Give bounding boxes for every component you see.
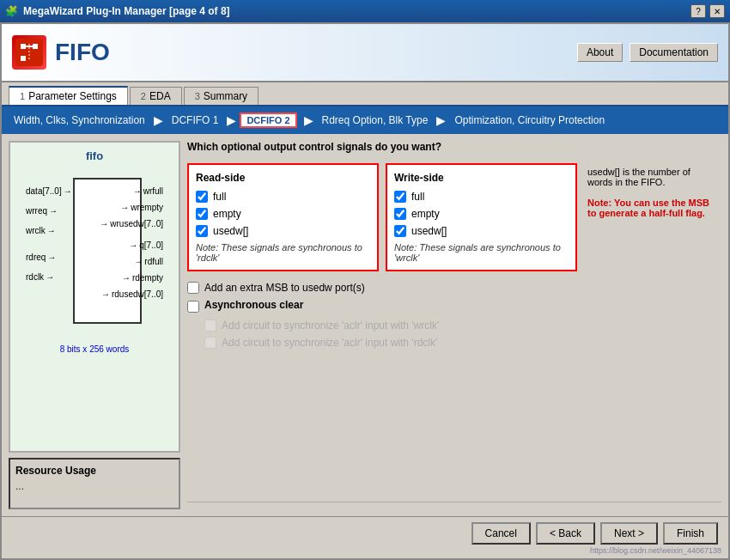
tab-summary[interactable]: 3 Summary — [184, 87, 259, 105]
read-empty-item: empty — [196, 208, 370, 220]
logo-text: FIFO — [55, 39, 110, 66]
port-wrusedw: →wrusedw[7..0] — [100, 219, 163, 228]
write-empty-checkbox[interactable] — [394, 208, 406, 220]
breadcrumb-nav: Width, Clks, Synchronization ▶ DCFIFO 1 … — [2, 107, 728, 134]
write-usedw-item: usedw[] — [394, 225, 569, 237]
breadcrumb-rdreq[interactable]: Rdreq Option, Blk Type — [317, 113, 434, 128]
read-usedw-label: usedw[] — [213, 225, 248, 237]
read-usedw-checkbox[interactable] — [196, 225, 208, 237]
app-icon: 🧩 — [5, 5, 18, 17]
separator — [187, 502, 721, 502]
fifo-right-ports: →wrfull →wrempty →wrusedw[7..0] →q[7..0] — [100, 186, 163, 299]
fifo-size-text: 8 bits x 256 words — [17, 344, 172, 354]
side-note: usedw[] is the number of words in the FI… — [584, 163, 721, 222]
header-buttons: About Documentation — [577, 43, 718, 62]
tab-label-3: Summary — [204, 90, 247, 102]
sync-wrclk-checkbox[interactable] — [204, 320, 216, 332]
signals-row: Read-side full empty usedw[] Note: These… — [187, 163, 721, 271]
about-button[interactable]: About — [577, 43, 623, 62]
breadcrumb-width[interactable]: Width, Clks, Synchronization — [9, 113, 150, 128]
close-button[interactable]: ✕ — [709, 4, 725, 18]
tab-parameter-settings[interactable]: 1 Parameter Settings — [9, 86, 128, 105]
port-wrempty: →wrempty — [100, 203, 163, 212]
main-question: Which optional output control signals do… — [187, 141, 721, 153]
msb-option: Add an extra MSB to usedw port(s) — [187, 282, 721, 294]
spacer — [187, 356, 721, 488]
main-window: FIFO About Documentation 1 Parameter Set… — [0, 22, 730, 560]
resource-title: Resource Usage — [15, 465, 173, 477]
breadcrumb-arrow-2: ▶ — [227, 113, 236, 127]
port-rdusedw: →rdusedw[7..0] — [100, 289, 163, 299]
sync-rdclk-label: Add circuit to synchronize 'aclr' input … — [222, 337, 437, 349]
port-rdreq: rdreq→ — [26, 253, 72, 262]
write-side-group: Write-side full empty usedw[] Note: Thes… — [386, 163, 577, 271]
extra-options: Add an extra MSB to usedw port(s) Asynch… — [187, 282, 721, 349]
breadcrumb-optim[interactable]: Optimization, Circuitry Protection — [449, 113, 610, 128]
sync-wrclk-label: Add circuit to synchronize 'aclr' input … — [222, 320, 439, 332]
port-q: →q[7..0] — [100, 240, 163, 250]
read-full-item: full — [196, 191, 370, 203]
back-button[interactable]: < Back — [536, 522, 595, 545]
tab-num-1: 1 — [20, 91, 25, 101]
fifo-title: fifo — [17, 149, 172, 162]
cancel-button[interactable]: Cancel — [471, 522, 531, 545]
resource-box: Resource Usage ... — [9, 458, 180, 509]
tab-eda[interactable]: 2 EDA — [130, 87, 182, 105]
write-usedw-checkbox[interactable] — [394, 225, 406, 237]
fifo-diagram: fifo data[7..0]→ wrreq→ wrclk→ — [9, 141, 180, 453]
async-checkbox[interactable] — [187, 301, 199, 313]
read-side-group: Read-side full empty usedw[] Note: These… — [187, 163, 379, 271]
port-wrfull: →wrfull — [100, 186, 163, 196]
read-side-note: Note: These signals are synchronous to '… — [196, 242, 370, 263]
port-rdclk: rdclk→ — [26, 272, 72, 282]
tabs-area: 1 Parameter Settings 2 EDA 3 Summary — [2, 82, 728, 107]
read-empty-label: empty — [213, 208, 241, 220]
svg-rect-2 — [33, 44, 38, 49]
breadcrumb-arrow-3: ▶ — [304, 113, 313, 127]
write-full-item: full — [394, 191, 569, 203]
tab-label-2: EDA — [149, 90, 171, 102]
title-bar-controls: ? ✕ — [690, 4, 725, 18]
port-rdfull: →rdfull — [100, 257, 163, 266]
bottom-area: Cancel < Back Next > Finish — [2, 516, 728, 550]
write-full-checkbox[interactable] — [394, 191, 406, 203]
tab-num-3: 3 — [195, 91, 200, 101]
next-button[interactable]: Next > — [600, 522, 658, 545]
breadcrumb-arrow-1: ▶ — [154, 113, 163, 127]
port-wrclk: wrclk→ — [26, 226, 72, 235]
port-data: data[7..0]→ — [26, 186, 72, 196]
write-side-note: Note: These signals are synchronous to '… — [394, 242, 569, 263]
header-area: FIFO About Documentation — [2, 24, 728, 82]
read-empty-checkbox[interactable] — [196, 208, 208, 220]
write-usedw-label: usedw[] — [411, 225, 447, 237]
logo-area: FIFO — [12, 35, 110, 70]
read-side-title: Read-side — [196, 172, 370, 184]
tab-num-2: 2 — [141, 91, 146, 101]
svg-rect-3 — [21, 56, 26, 61]
async-option: Asynchronous clear — [187, 299, 721, 314]
sync-rdclk-checkbox[interactable] — [204, 337, 216, 349]
read-full-label: full — [213, 191, 226, 203]
breadcrumb-dcfifo2[interactable]: DCFIFO 2 — [240, 113, 296, 128]
breadcrumb-arrow-4: ▶ — [436, 113, 446, 127]
breadcrumb-dcfifo1[interactable]: DCFIFO 1 — [167, 113, 224, 128]
resource-dots: ... — [15, 480, 173, 492]
fifo-left-ports: data[7..0]→ wrreq→ wrclk→ rdreq→ rdclk→ — [26, 186, 72, 282]
logo-icon — [12, 35, 46, 70]
documentation-button[interactable]: Documentation — [630, 43, 718, 62]
right-panel: Which optional output control signals do… — [187, 141, 721, 509]
title-bar-title: 🧩 MegaWizard Plug-In Manager [page 4 of … — [5, 5, 230, 17]
port-wrreq: wrreq→ — [26, 206, 72, 216]
title-bar: 🧩 MegaWizard Plug-In Manager [page 4 of … — [0, 0, 730, 22]
read-full-checkbox[interactable] — [196, 191, 208, 203]
msb-checkbox[interactable] — [187, 282, 199, 294]
write-full-label: full — [411, 191, 424, 203]
help-button[interactable]: ? — [690, 4, 706, 18]
finish-button[interactable]: Finish — [663, 522, 718, 545]
side-note-highlight: Note: You can use the MSB to generate a … — [587, 198, 709, 218]
left-panel: fifo data[7..0]→ wrreq→ wrclk→ — [9, 141, 180, 509]
side-note-prefix: usedw[] is the number of words in the FI… — [587, 167, 690, 187]
tab-label-1: Parameter Settings — [28, 90, 117, 102]
async-label: Asynchronous clear — [204, 299, 303, 311]
write-empty-label: empty — [411, 208, 440, 220]
